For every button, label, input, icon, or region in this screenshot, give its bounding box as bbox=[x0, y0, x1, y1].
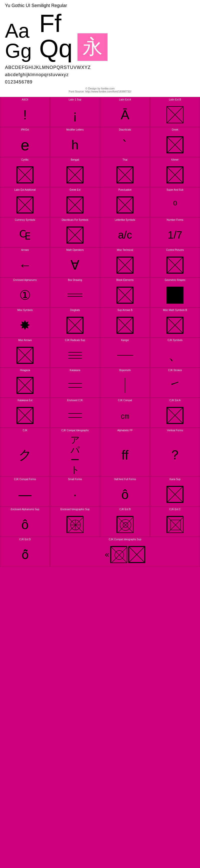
pattern-icon-c bbox=[167, 517, 184, 533]
cell-ascii: ASCII ! bbox=[0, 97, 50, 127]
cell-boxdrawing: Box Drawing bbox=[50, 277, 100, 307]
x-icon bbox=[17, 407, 33, 424]
cell-dingbats: Dingbats bbox=[50, 307, 100, 338]
font-header: Yu Gothic UI Semilight Regular Aa Gg Ff … bbox=[0, 0, 200, 97]
x-icon bbox=[167, 317, 183, 333]
cell-latinextb: Latin Ext B bbox=[150, 97, 200, 127]
cell-latin1sup: Latin 1 Sup ¡ bbox=[50, 97, 100, 127]
cell-katakana: Katakana bbox=[50, 368, 100, 398]
unsupported-box bbox=[16, 377, 34, 394]
cell-arrows: Arrows ← bbox=[0, 247, 50, 277]
unsupported-box bbox=[166, 407, 184, 424]
cell-verticalforms: Vertical Forms ？ bbox=[150, 428, 200, 476]
unsupported-box bbox=[16, 407, 34, 424]
cell-currency: Currency Symbols ₠ bbox=[0, 217, 50, 247]
specimen-ag: Aa Gg bbox=[5, 21, 32, 61]
cell-bopomofo: Bopomofo bbox=[100, 368, 150, 398]
unsupported-box bbox=[166, 317, 184, 334]
unsupported-box bbox=[67, 226, 83, 244]
unsupported-box bbox=[117, 166, 133, 183]
unsupported-box bbox=[16, 347, 34, 364]
cell-smallforms: Small Forms · bbox=[50, 476, 100, 507]
cell-thai: Thai bbox=[100, 157, 150, 187]
cell-kangxi: Kangxi bbox=[100, 338, 150, 368]
cell-cjksymbols: CJK Symbols 、 bbox=[150, 338, 200, 368]
cell-khmer: Khmer bbox=[150, 157, 200, 187]
x-icon bbox=[67, 197, 83, 213]
cell-miscarrows: Misc Arrows bbox=[0, 338, 50, 368]
cell-greek: Greek bbox=[150, 127, 200, 157]
page-wrapper: Yu Gothic UI Semilight Regular Aa Gg Ff … bbox=[0, 0, 200, 567]
unsupported-box bbox=[166, 166, 184, 183]
font-title: Yu Gothic UI Semilight Regular bbox=[5, 3, 195, 8]
unsupported-box bbox=[67, 317, 83, 334]
cell-miscsymbols: Misc Symbols ✸ bbox=[0, 307, 50, 338]
cell-diacforsymbols: Diacriticals For Symbols bbox=[50, 217, 100, 247]
alphabet-upper: ABCDEFGHIJKLMNOPQRSTUVWXYZ bbox=[5, 64, 195, 71]
unsupported-box bbox=[166, 486, 184, 503]
unsupported-box bbox=[16, 196, 34, 214]
cell-enclosedalphanumsup: Enclosed Alphanums Sup ô bbox=[0, 507, 50, 537]
x-icon bbox=[167, 486, 183, 502]
cell-cjkextb: CJK Ext B bbox=[100, 507, 150, 537]
cell-greekext: Greek Ext bbox=[50, 187, 100, 217]
x-icon bbox=[67, 317, 83, 333]
cell-cjkstrokes: CJK Strokes ㇀ bbox=[150, 368, 200, 398]
x-icon bbox=[117, 167, 133, 183]
cell-blockelements: Block Elements bbox=[100, 277, 150, 307]
cell-enclosedideographicsup: Enclosed Ideographic Sup bbox=[50, 507, 100, 537]
x-icon bbox=[67, 167, 83, 183]
x-icon bbox=[167, 257, 183, 273]
alphabet-lower: abcdefghijklmnopqrstuvwxyz bbox=[5, 71, 195, 79]
compat-pattern bbox=[110, 546, 127, 563]
cell-cjkextd: CJK Ext D ô̈ bbox=[0, 537, 50, 567]
cell-bengali: Bengali bbox=[50, 157, 100, 187]
cell-cjkexta: CJK Ext A bbox=[150, 398, 200, 428]
cell-punctuation: Punctuation bbox=[100, 187, 150, 217]
black-square-icon bbox=[166, 287, 184, 304]
unsupported-box bbox=[16, 166, 34, 183]
unsupported-box bbox=[67, 166, 83, 183]
cell-miscmathsymbolsb: Misc Math Symbols B bbox=[150, 307, 200, 338]
pattern-icon-b bbox=[117, 517, 133, 533]
alphabet-section: ABCDEFGHIJKLMNOPQRSTUVWXYZ abcdefghijklm… bbox=[5, 64, 195, 86]
x-icon bbox=[167, 107, 183, 123]
cell-cjkradicalssup: CJK Radicals Sup bbox=[50, 338, 100, 368]
pattern-icon bbox=[67, 517, 83, 533]
unsupported-box bbox=[166, 106, 184, 123]
specimen-kanji-box: 永 bbox=[78, 33, 108, 61]
cell-ipa: IPA Ext e bbox=[0, 127, 50, 157]
specimen-row: Aa Gg Ff Qq 永 bbox=[5, 11, 195, 61]
cell-halfandfullforms: Half And Full Forms ô bbox=[100, 476, 150, 507]
x-icon bbox=[17, 167, 33, 183]
cell-suparrowsb: Sup Arrows B bbox=[100, 307, 150, 338]
unsupported-box bbox=[117, 196, 133, 214]
specimen-ff: Ff bbox=[39, 11, 73, 36]
unsupported-box bbox=[67, 196, 83, 214]
unsupported-box bbox=[128, 546, 145, 563]
cell-cjkcompat: CJK Compat ㎝ bbox=[100, 398, 150, 428]
x-icon bbox=[167, 407, 183, 424]
cell-cjkextc: CJK Ext C bbox=[150, 507, 200, 537]
pattern-box-c bbox=[166, 516, 184, 533]
x-icon bbox=[117, 257, 133, 273]
x-icon bbox=[117, 317, 133, 333]
x-icon bbox=[17, 197, 33, 213]
copyright: © Design by fontke.com bbox=[5, 87, 195, 90]
unsupported-box bbox=[117, 256, 133, 274]
cell-superandsub: Super And Sub ⁰ bbox=[150, 187, 200, 217]
specimen-fq: Ff Qq bbox=[32, 11, 73, 61]
cell-mathoperators: Math Operators ∀ bbox=[50, 247, 100, 277]
glyph-grid: ASCII ! Latin 1 Sup ¡ Latin Ext A Ā Lati… bbox=[0, 97, 200, 566]
cell-geometricshapes: Geometric Shapes bbox=[150, 277, 200, 307]
specimen-aa: Aa bbox=[5, 21, 32, 41]
cell-misctechnical: Misc Technical bbox=[100, 247, 150, 277]
cell-cjkcompatideographssup: CJK Compat Ideographs Sup « bbox=[50, 537, 200, 567]
font-source: Font Source: http://www.fontke.com/font/… bbox=[5, 90, 195, 93]
specimen-kanji: 永 bbox=[82, 34, 103, 61]
cell-enclosedcjk: Enclosed CJK bbox=[50, 398, 100, 428]
cell-modifier: Modifier Letters h bbox=[50, 127, 100, 157]
cell-alphabeticff: Alphabetic FF ff bbox=[100, 428, 150, 476]
cell-kanasup: Kana Sup bbox=[150, 476, 200, 507]
cell-diacriticals: Diacriticals ˋ bbox=[100, 127, 150, 157]
